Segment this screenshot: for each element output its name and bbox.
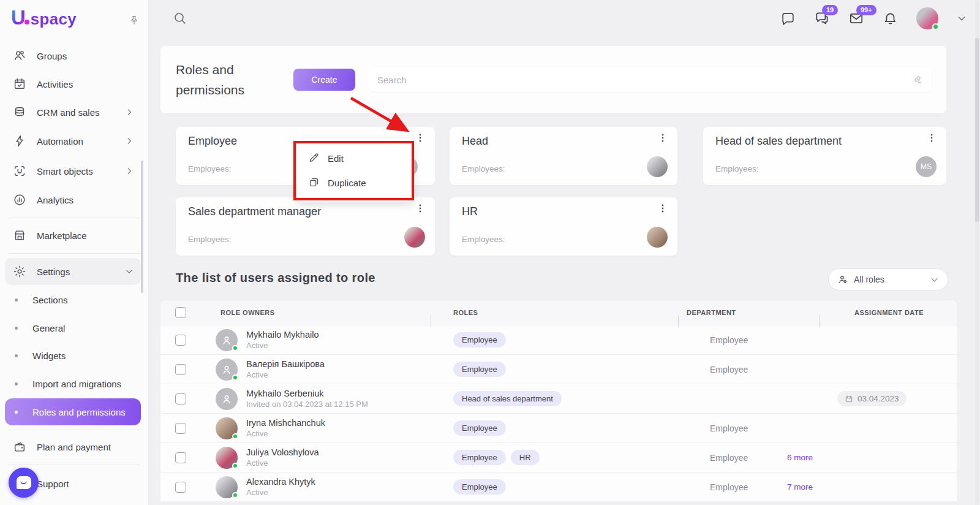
select-all-checkbox[interactable] (175, 307, 186, 318)
context-menu-item-label: Duplicate (328, 178, 366, 188)
bullet-icon (15, 411, 18, 414)
app-window: Uspacy Groups Activities CRM and sales A… (0, 0, 980, 505)
user-avatar-photo (216, 476, 238, 498)
sidebar-item-smart-objects[interactable]: Smart objects (5, 158, 141, 184)
context-menu-duplicate[interactable]: Duplicate (297, 170, 413, 195)
row-checkbox[interactable] (175, 482, 186, 493)
chevron-right-icon (125, 108, 134, 116)
all-roles-filter[interactable]: All roles (828, 268, 948, 290)
sidebar-item-analytics[interactable]: Analytics (5, 186, 141, 213)
table-row[interactable]: Mykhailo SerbeniukInvited on 03.04.2023 … (160, 384, 957, 413)
page-scrollbar[interactable] (975, 0, 979, 505)
crm-icon (12, 105, 27, 120)
role-card-avatar (647, 156, 668, 177)
user-status: Active (246, 458, 319, 468)
sidebar-item-sections[interactable]: Sections (5, 286, 141, 313)
user-status: Invited on 03.04.2023 at 12:15 PM (246, 400, 368, 409)
sidebar-item-widgets[interactable]: Widgets (5, 342, 141, 369)
more-departments-link[interactable]: 7 more (787, 482, 813, 492)
bell-icon[interactable] (883, 11, 898, 26)
table-row[interactable]: Alexandra KhytykActive Employee Employee… (160, 472, 957, 501)
assignment-date-value: 03.04.2023 (858, 394, 899, 403)
context-menu-edit[interactable]: Edit (297, 146, 413, 170)
page-header: Roles and permissions Create (160, 46, 946, 113)
user-avatar-photo (216, 447, 238, 469)
roles-search-input[interactable] (369, 67, 931, 92)
user-avatar-placeholder (216, 359, 238, 381)
analytics-icon (12, 192, 27, 207)
row-checkbox[interactable] (175, 393, 186, 404)
search-icon[interactable] (172, 10, 187, 28)
row-checkbox[interactable] (175, 423, 186, 434)
row-checkbox[interactable] (175, 364, 186, 375)
user-avatar[interactable] (916, 7, 938, 29)
clear-search-icon[interactable] (911, 74, 924, 88)
page-scrollbar-thumb[interactable] (975, 38, 979, 222)
sidebar-item-groups[interactable]: Groups (5, 42, 141, 69)
sidebar-item-import-and-migrations[interactable]: Import and migrations (5, 370, 141, 397)
mail-icon[interactable]: 99+ (848, 10, 864, 26)
column-header-roles: ROLES (453, 309, 478, 316)
table-row[interactable]: Валерія БашкіроваActive Employee Employe… (160, 354, 957, 384)
more-departments-link[interactable]: 6 more (787, 453, 813, 462)
sidebar-item-general[interactable]: General (5, 314, 141, 341)
table-row[interactable]: Mykhailo MykhailoActive Employee Employe… (160, 325, 957, 354)
uspacy-logo[interactable]: Uspacy (11, 7, 77, 34)
column-divider (678, 315, 679, 327)
sidebar-scrollbar[interactable] (141, 161, 143, 293)
mail-badge: 99+ (856, 5, 876, 15)
sidebar-item-settings[interactable]: Settings (5, 258, 141, 285)
sidebar-item-crm[interactable]: CRM and sales (5, 99, 141, 126)
role-chip: Employee (453, 362, 506, 377)
sidebar-item-plan-and-payment[interactable]: Plan and payment (5, 433, 141, 460)
role-card-hr[interactable]: HR Employees: (450, 197, 677, 256)
sidebar-divider (9, 253, 140, 254)
marketplace-icon (12, 228, 27, 243)
sidebar-divider (9, 430, 140, 430)
chats-icon[interactable]: 19 (814, 10, 830, 26)
sidebar-subitem-label: Roles and permissions (32, 407, 126, 417)
role-card-avatar-initials: MS (916, 156, 937, 177)
table-row[interactable]: Juliya VoloshylovaActive Employee HR Emp… (160, 442, 957, 472)
user-name: Alexandra Khytyk (246, 477, 315, 487)
comment-icon[interactable] (780, 11, 796, 26)
all-roles-filter-label: All roles (854, 275, 884, 284)
department-value: Employee (710, 365, 748, 374)
chevron-right-icon (125, 137, 134, 145)
table-header-row: ROLE OWNERS ROLES DEPARTMENT ASSIGNMENT … (160, 300, 957, 325)
sidebar-item-activities[interactable]: Activities (5, 70, 141, 97)
role-card-avatar (404, 227, 425, 248)
row-checkbox[interactable] (175, 335, 186, 346)
chevron-down-icon (930, 275, 939, 284)
kebab-menu-icon[interactable] (658, 133, 668, 143)
user-name: Mykhailo Mykhailo (246, 330, 318, 340)
smart-objects-icon (12, 164, 27, 178)
row-checkbox[interactable] (175, 452, 186, 463)
kebab-menu-icon[interactable] (415, 203, 425, 213)
bullet-icon (15, 382, 18, 385)
support-chat-widget-button[interactable] (9, 468, 39, 498)
user-name: Iryna Mishchanchuk (246, 418, 325, 428)
person-roles-icon (837, 274, 848, 285)
employees-label: Employees: (188, 164, 232, 173)
create-role-button[interactable]: Create (293, 69, 355, 91)
table-row[interactable]: Iryna MishchanchukActive Employee Employ… (160, 413, 957, 442)
role-card-head[interactable]: Head Employees: (450, 127, 677, 185)
logo-dot-icon (24, 20, 29, 25)
sidebar-item-roles-and-permissions[interactable]: Roles and permissions (5, 398, 141, 425)
pin-sidebar-icon[interactable] (129, 15, 140, 28)
sidebar-item-marketplace[interactable]: Marketplace (5, 222, 141, 249)
kebab-menu-icon[interactable] (658, 203, 668, 213)
role-card-avatar (647, 227, 668, 248)
role-card-head-of-sales[interactable]: Head of sales department Employees: MS (703, 127, 946, 185)
role-card-sales-department-manager[interactable]: Sales department manager Employees: (176, 197, 435, 256)
bullet-icon (15, 327, 18, 330)
user-name: Juliya Voloshylova (246, 447, 319, 457)
profile-chevron-down-icon[interactable] (957, 13, 967, 23)
kebab-menu-icon[interactable] (927, 133, 937, 143)
sidebar-item-automation[interactable]: Automation (5, 127, 141, 154)
column-divider (431, 315, 431, 327)
user-status: Active (246, 429, 325, 438)
sidebar: Uspacy Groups Activities CRM and sales A… (0, 0, 149, 505)
kebab-menu-icon[interactable] (415, 133, 425, 143)
